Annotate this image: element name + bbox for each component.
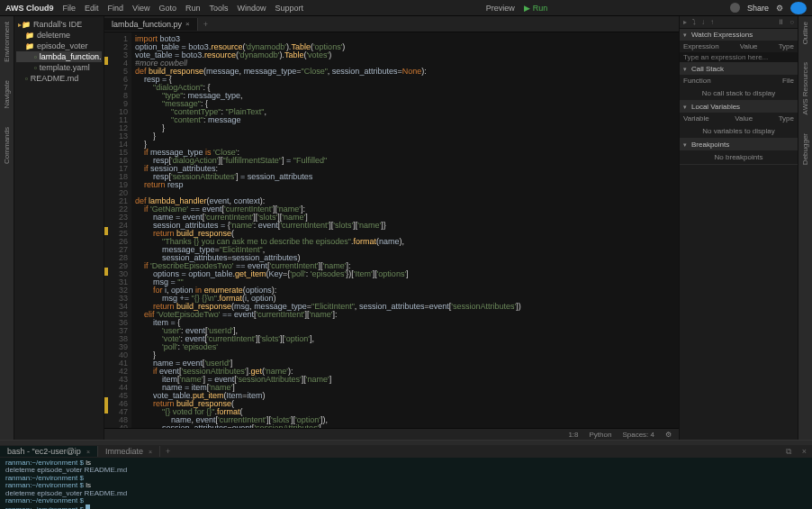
lang-mode[interactable]: Python: [590, 431, 612, 439]
callstack-empty: No call stack to display: [680, 86, 798, 100]
menu-file[interactable]: File: [63, 4, 77, 13]
dbg-locals-header[interactable]: Local Variables: [680, 101, 798, 113]
menu-window[interactable]: Window: [237, 4, 266, 13]
cloud-icon[interactable]: [790, 2, 807, 14]
debug-panel: ▸ ⤵ ↓ ↑ ⏸ ○ Watch Expressions Expression…: [679, 16, 798, 440]
editor-pane: lambda_function.py× + 123456789101112131…: [104, 16, 679, 440]
dbg-resume-icon[interactable]: ▸: [683, 18, 687, 26]
run-button[interactable]: ▶Run: [524, 4, 548, 13]
menu-find[interactable]: Find: [108, 4, 124, 13]
cursor-pos: 1:8: [568, 431, 578, 439]
dbg-stepin-icon[interactable]: ↓: [701, 18, 705, 26]
dbg-breakpoints-header[interactable]: Breakpoints: [680, 139, 798, 150]
file-icon: ▫: [25, 75, 28, 83]
locals-empty: No variables to display: [680, 124, 798, 138]
terminal-tab-immediate[interactable]: Immediate×: [98, 446, 160, 457]
play-icon: ▶: [524, 4, 530, 13]
terminal-body[interactable]: ranman:~/environment $ lsdeleteme episod…: [0, 458, 812, 509]
dbg-stepout-icon[interactable]: ↑: [710, 18, 714, 26]
tree-item[interactable]: 📁deleteme: [16, 30, 102, 41]
close-icon[interactable]: ×: [185, 20, 190, 28]
right-rail: Outline AWS Resources Debugger: [798, 16, 812, 440]
close-icon[interactable]: ×: [149, 449, 152, 455]
rail-navigate[interactable]: Navigate: [3, 80, 11, 109]
indent-mode[interactable]: Spaces: 4: [622, 431, 654, 439]
menu-run[interactable]: Run: [185, 4, 201, 13]
menu-view[interactable]: View: [132, 4, 149, 13]
file-tree: ▸📁Randall's IDE 📁deleteme📁episode_voter▫…: [14, 16, 104, 440]
tree-item[interactable]: 📁episode_voter: [16, 41, 102, 51]
menu-edit[interactable]: Edit: [85, 4, 99, 13]
terminal-close-icon[interactable]: ×: [797, 447, 812, 456]
close-icon[interactable]: ×: [86, 449, 90, 455]
tree-root[interactable]: ▸📁Randall's IDE: [16, 19, 102, 30]
dbg-close-icon[interactable]: ○: [789, 18, 794, 26]
avatar-icon[interactable]: [730, 3, 740, 13]
rail-environment[interactable]: Environment: [3, 22, 11, 62]
gear-icon[interactable]: ⚙: [776, 4, 783, 13]
code-editor[interactable]: 1234567891011121314151617181920212223242…: [104, 32, 679, 428]
editor-tab[interactable]: lambda_function.py×: [104, 18, 198, 31]
logo: AWS Cloud9: [5, 4, 54, 13]
terminal-tab-bash[interactable]: bash - "ec2-user@ip×: [0, 446, 98, 457]
rail-debugger[interactable]: Debugger: [801, 133, 809, 165]
rail-aws-resources[interactable]: AWS Resources: [801, 62, 809, 114]
menu-tools[interactable]: Tools: [209, 4, 228, 13]
terminal-tab-add[interactable]: +: [160, 447, 176, 456]
terminal-panel: bash - "ec2-user@ip× Immediate× + ⧉ × ra…: [0, 440, 812, 509]
tree-item[interactable]: ▫lambda_function.py: [16, 51, 102, 62]
editor-statusbar: 1:8 Python Spaces: 4 ⚙: [104, 428, 679, 440]
preview-button[interactable]: Preview: [486, 4, 515, 13]
folder-icon: ▸📁: [18, 21, 31, 29]
menubar: AWS Cloud9 File Edit Find View Goto Run …: [0, 0, 812, 16]
editor-tabbar: lambda_function.py× +: [104, 16, 679, 32]
dbg-stepover-icon[interactable]: ⤵: [692, 18, 696, 26]
breakpoints-empty: No breakpoints: [680, 150, 798, 164]
tab-add[interactable]: +: [198, 20, 213, 29]
share-button[interactable]: Share: [747, 4, 769, 13]
menu-support[interactable]: Support: [275, 4, 303, 13]
rail-commands[interactable]: Commands: [3, 127, 11, 164]
file-icon: ▫: [34, 53, 37, 61]
tree-item[interactable]: ▫template.yaml: [16, 62, 102, 73]
folder-icon: 📁: [25, 32, 34, 40]
terminal-tabbar: bash - "ec2-user@ip× Immediate× + ⧉ ×: [0, 445, 812, 458]
left-rail: Environment Navigate Commands: [0, 16, 14, 440]
tree-item[interactable]: ▫README.md: [16, 73, 102, 84]
dbg-watch-header[interactable]: Watch Expressions: [680, 29, 798, 41]
settings-icon[interactable]: ⚙: [665, 431, 672, 439]
folder-icon: 📁: [25, 42, 34, 50]
terminal-popout-icon[interactable]: ⧉: [780, 447, 797, 457]
dbg-pause-icon[interactable]: ⏸: [777, 18, 784, 26]
dbg-callstack-header[interactable]: Call Stack: [680, 63, 798, 75]
menu-goto[interactable]: Goto: [158, 4, 176, 13]
debug-toolbar: ▸ ⤵ ↓ ↑ ⏸ ○: [680, 16, 798, 29]
rail-outline[interactable]: Outline: [801, 22, 809, 44]
watch-input[interactable]: [680, 52, 798, 62]
file-icon: ▫: [34, 64, 37, 72]
